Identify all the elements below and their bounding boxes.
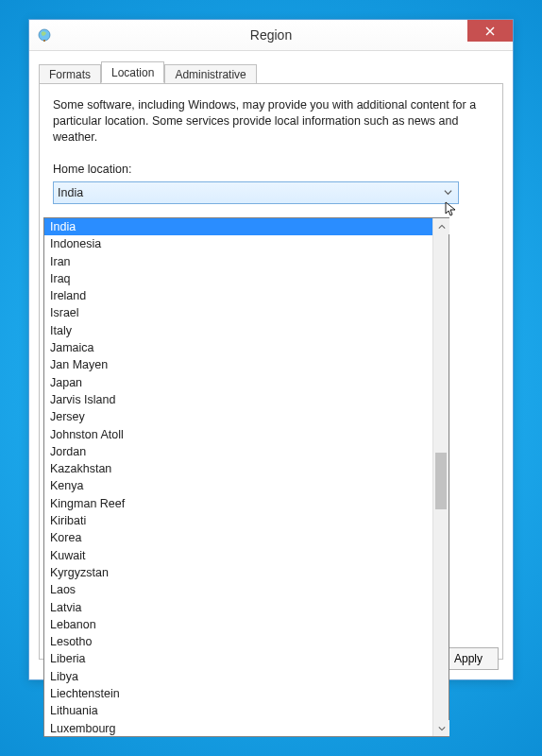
dropdown-item[interactable]: Jan Mayen xyxy=(44,356,432,373)
close-icon xyxy=(485,26,495,36)
scroll-thumb[interactable] xyxy=(435,453,447,509)
dropdown-item[interactable]: Japan xyxy=(44,374,432,391)
dropdown-item[interactable]: Italy xyxy=(44,322,432,339)
dropdown-item[interactable]: Kiribati xyxy=(44,512,432,529)
dropdown-item[interactable]: Kingman Reef xyxy=(44,495,432,512)
dropdown-item[interactable]: Latvia xyxy=(44,599,432,616)
scroll-down-button[interactable] xyxy=(433,720,449,736)
tabstrip: Formats Location Administrative xyxy=(39,60,503,83)
dropdown-item[interactable]: Kuwait xyxy=(44,547,432,564)
dropdown-item[interactable]: Kenya xyxy=(44,477,432,494)
dropdown-item[interactable]: Jersey xyxy=(44,408,432,425)
combobox-value: India xyxy=(58,186,83,199)
tab-administrative[interactable]: Administrative xyxy=(164,64,256,84)
dropdown-item[interactable]: Johnston Atoll xyxy=(44,426,432,443)
chevron-up-icon xyxy=(438,223,446,231)
dropdown-item[interactable]: Liechtenstein xyxy=(44,685,432,702)
tab-formats[interactable]: Formats xyxy=(39,64,101,84)
dropdown-item[interactable]: Kyrgyzstan xyxy=(44,564,432,581)
dropdown-item[interactable]: Indonesia xyxy=(44,235,432,252)
dropdown-item[interactable]: Jamaica xyxy=(44,339,432,356)
dropdown-item[interactable]: Kazakhstan xyxy=(44,460,432,477)
dropdown-item[interactable]: Lithuania xyxy=(44,702,432,719)
home-location-combobox[interactable]: India xyxy=(53,181,459,204)
dropdown-item[interactable]: India xyxy=(44,218,432,235)
dropdown-item[interactable]: Lebanon xyxy=(44,616,432,633)
scrollbar xyxy=(432,218,449,736)
chevron-down-icon xyxy=(438,725,446,732)
dropdown-item[interactable]: Luxembourg xyxy=(44,720,432,736)
dropdown-item[interactable]: Korea xyxy=(44,529,432,546)
close-button[interactable] xyxy=(467,20,513,42)
dropdown-item[interactable]: Jarvis Island xyxy=(44,391,432,408)
dropdown-item[interactable]: Jordan xyxy=(44,443,432,460)
dropdown-item[interactable]: Israel xyxy=(44,304,432,321)
dropdown-item[interactable]: Ireland xyxy=(44,287,432,304)
scroll-track[interactable] xyxy=(433,234,449,720)
dropdown-item[interactable]: Libya xyxy=(44,668,432,685)
dropdown-item[interactable]: Laos xyxy=(44,581,432,598)
home-location-label: Home location: xyxy=(53,163,489,176)
dropdown-item[interactable]: Iran xyxy=(44,253,432,270)
dropdown-item[interactable]: Lesotho xyxy=(44,633,432,650)
dropdown-item[interactable]: Liberia xyxy=(44,650,432,667)
dropdown-items: IndiaIndonesiaIranIraqIrelandIsraelItaly… xyxy=(44,218,432,736)
window-title: Region xyxy=(29,27,513,43)
titlebar: Region xyxy=(29,20,513,51)
mouse-cursor-icon xyxy=(445,201,458,222)
panel-description: Some software, including Windows, may pr… xyxy=(53,97,489,146)
tab-location[interactable]: Location xyxy=(101,61,164,83)
home-location-dropdown: IndiaIndonesiaIranIraqIrelandIsraelItaly… xyxy=(43,217,449,737)
dropdown-item[interactable]: Iraq xyxy=(44,270,432,287)
chevron-down-icon xyxy=(440,183,456,202)
